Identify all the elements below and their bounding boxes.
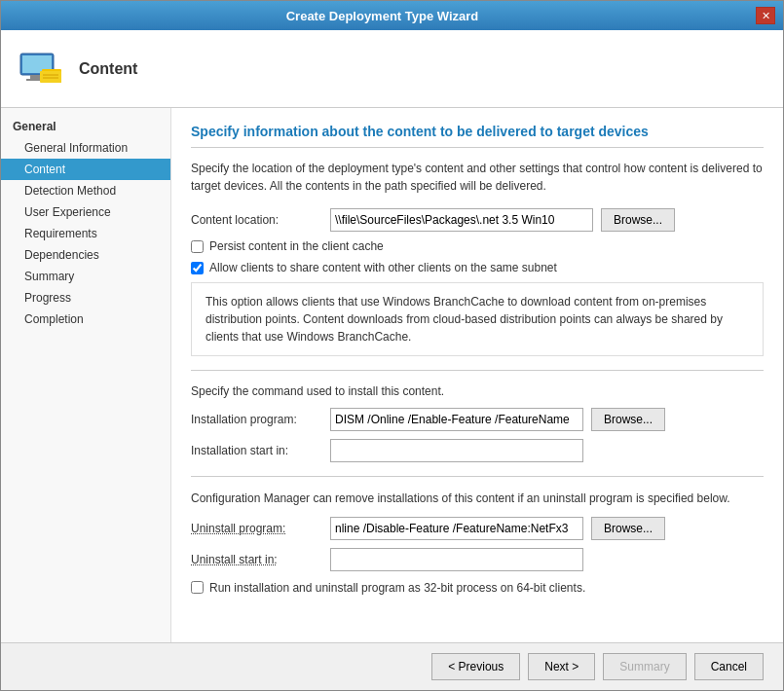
installation-program-label: Installation program:	[191, 413, 322, 426]
header-title: Content	[79, 60, 137, 78]
window-body: Content General General Information Cont…	[1, 30, 783, 690]
persist-content-checkbox[interactable]	[191, 240, 204, 253]
run-32bit-label: Run installation and uninstall program a…	[209, 581, 585, 595]
install-cmd-description: Specify the command used to install this…	[191, 384, 764, 398]
uninstall-startin-row: Uninstall start in:	[191, 548, 764, 571]
uninstall-startin-label: Uninstall start in:	[191, 553, 322, 566]
browse-button-3[interactable]: Browse...	[591, 517, 665, 540]
allow-share-checkbox[interactable]	[191, 262, 204, 274]
browse-button-1[interactable]: Browse...	[601, 208, 675, 232]
svg-rect-5	[40, 71, 61, 83]
installation-startin-input[interactable]	[330, 439, 583, 462]
sidebar-item-user-experience[interactable]: User Experience	[1, 201, 170, 223]
content-location-input[interactable]	[330, 208, 593, 232]
browse-button-2[interactable]: Browse...	[591, 408, 665, 431]
content-area: General General Information Content Dete…	[1, 108, 783, 642]
section-divider-1	[191, 370, 764, 371]
title-bar: Create Deployment Type Wizard ✕	[1, 1, 783, 30]
section-divider-2	[191, 476, 764, 477]
allow-share-row: Allow clients to share content with othe…	[191, 261, 764, 274]
uninstall-note: Configuration Manager can remove install…	[191, 491, 764, 507]
title-controls: ✕	[756, 7, 775, 24]
sidebar-item-completion[interactable]: Completion	[1, 309, 170, 330]
uninstall-program-row: Uninstall program: Browse...	[191, 517, 764, 540]
next-button[interactable]: Next >	[528, 653, 595, 680]
sidebar: General General Information Content Dete…	[1, 108, 171, 642]
sidebar-item-dependencies[interactable]: Dependencies	[1, 244, 170, 266]
header-section: Content	[1, 30, 783, 108]
persist-content-row: Persist content in the client cache	[191, 239, 764, 253]
close-button[interactable]: ✕	[756, 7, 775, 24]
allow-share-label: Allow clients to share content with othe…	[209, 261, 557, 274]
branchcache-info: This option allows clients that use Wind…	[191, 282, 764, 356]
installation-startin-row: Installation start in:	[191, 439, 764, 462]
cancel-button[interactable]: Cancel	[694, 653, 764, 680]
uninstall-startin-input[interactable]	[330, 548, 583, 571]
content-location-label: Content location:	[191, 213, 322, 227]
content-icon	[17, 46, 63, 92]
uninstall-program-label: Uninstall program:	[191, 522, 322, 535]
main-content: Specify information about the content to…	[171, 108, 783, 642]
run-32bit-row: Run installation and uninstall program a…	[191, 581, 764, 595]
sidebar-item-general-information[interactable]: General Information	[1, 137, 170, 159]
content-location-row: Content location: Browse...	[191, 208, 764, 232]
sidebar-general-label: General	[1, 116, 170, 137]
uninstall-program-input[interactable]	[330, 517, 583, 540]
description-text: Specify the location of the deployment t…	[191, 160, 764, 195]
wizard-window: Create Deployment Type Wizard ✕	[0, 0, 784, 691]
persist-content-label: Persist content in the client cache	[209, 239, 384, 253]
run-32bit-checkbox[interactable]	[191, 581, 204, 594]
footer: < Previous Next > Summary Cancel	[1, 642, 783, 690]
summary-button[interactable]: Summary	[603, 653, 686, 680]
sidebar-item-summary[interactable]: Summary	[1, 266, 170, 287]
previous-button[interactable]: < Previous	[431, 653, 520, 680]
installation-program-row: Installation program: Browse...	[191, 408, 764, 431]
main-heading: Specify information about the content to…	[191, 124, 764, 148]
installation-program-input[interactable]	[330, 408, 583, 431]
sidebar-item-detection-method[interactable]: Detection Method	[1, 180, 170, 201]
sidebar-item-content[interactable]: Content	[1, 159, 170, 180]
window-title: Create Deployment Type Wizard	[9, 9, 756, 23]
sidebar-item-requirements[interactable]: Requirements	[1, 223, 170, 244]
sidebar-item-progress[interactable]: Progress	[1, 287, 170, 309]
installation-startin-label: Installation start in:	[191, 444, 322, 457]
